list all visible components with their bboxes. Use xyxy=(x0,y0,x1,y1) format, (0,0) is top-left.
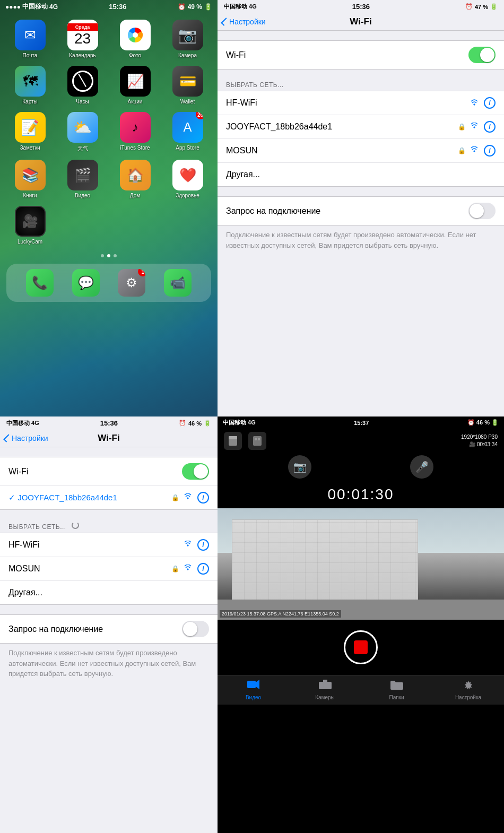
status-bar-tr: 中国移动 4G 15:36 ⏰ 47 % 🔋 xyxy=(218,0,504,13)
status-bar-bl: 中国移动 4G 15:36 ⏰ 46 % 🔋 xyxy=(0,416,218,430)
ask-join-toggle-tr[interactable] xyxy=(468,203,496,219)
info-btn-hf-tr[interactable]: i xyxy=(484,97,496,109)
app-luckycam[interactable]: 🎥 LuckyCam xyxy=(7,206,53,245)
app-itunes[interactable]: ♪ iTunes Store xyxy=(112,112,158,152)
settings-tab-icon xyxy=(462,680,475,693)
wifi-signal-mosun-tr xyxy=(470,146,479,155)
dock-phone[interactable]: 📞 xyxy=(26,269,54,297)
svg-rect-4 xyxy=(253,436,262,446)
ask-join-toggle-bl[interactable] xyxy=(182,621,209,637)
cam-tab-bar: Видео Камеры Папки Настройка xyxy=(218,675,504,705)
section-header-bl: ВЫБРАТЬ СЕТЬ... xyxy=(0,519,218,533)
app-wallet[interactable]: 💳 Wallet xyxy=(165,66,210,105)
nav-bar-bl: Настройки Wi-Fi xyxy=(0,430,218,447)
section-header-tr: ВЫБРАТЬ СЕТЬ... xyxy=(218,79,504,91)
tab-settings[interactable]: Настройка xyxy=(432,680,504,700)
signal-bars: ●●●● xyxy=(5,3,21,11)
tab-video[interactable]: Видео xyxy=(218,680,289,700)
cam-top-bar: 1920*1080 P30 🎥 00:03:34 xyxy=(218,429,504,453)
app-mail[interactable]: ✉ Почта xyxy=(7,20,53,58)
cam-btn-sd-card[interactable] xyxy=(224,432,242,450)
app-appstore[interactable]: A 26 App Store xyxy=(165,112,210,152)
ask-join-row-tr[interactable]: Запрос на подключение xyxy=(218,197,504,225)
network-mosun-bl[interactable]: MOSUN 🔒 i xyxy=(0,557,218,581)
network-other-bl[interactable]: Другая... xyxy=(0,581,218,604)
dock-messages[interactable]: 💬 xyxy=(72,269,100,297)
appstore-badge: 26 xyxy=(196,112,203,119)
wifi-toggle-bl[interactable] xyxy=(182,463,209,480)
info-btn-mosun-tr[interactable]: i xyxy=(484,145,496,157)
network-other-tr[interactable]: Другая... xyxy=(218,163,504,186)
cam-timer: 00:01:30 xyxy=(218,481,504,508)
dock-settings[interactable]: ⚙ 1 xyxy=(118,269,145,297)
info-btn-jooyfact-tr[interactable]: i xyxy=(484,121,496,133)
ask-join-row-bl[interactable]: Запрос на подключение xyxy=(0,615,218,643)
svg-rect-5 xyxy=(255,438,257,440)
svg-marker-8 xyxy=(256,680,259,689)
wifi-settings-connected: 中国移动 4G 15:36 ⏰ 46 % 🔋 Настройки Wi-Fi W… xyxy=(0,416,218,833)
wifi-settings-disconnected: 中国移动 4G 15:36 ⏰ 47 % 🔋 Настройки Wi-Fi W… xyxy=(218,0,504,416)
networks-group-bl: HF-WiFi i MOSUN 🔒 xyxy=(0,533,218,605)
network-mosun-tr[interactable]: MOSUN 🔒 i xyxy=(218,139,504,163)
cam-rec-info: 1920*1080 P30 🎥 00:03:34 xyxy=(461,433,498,448)
wifi-toggle-row-bl[interactable]: Wi-Fi xyxy=(0,457,218,486)
cam-viewport: 2019/01/23 15:37:08 GPS:A N2241.76 E1135… xyxy=(218,508,504,620)
settings-body-tr: Wi-Fi ВЫБРАТЬ СЕТЬ... HF-WiFi xyxy=(218,31,504,416)
dock-facetime[interactable]: 📹 xyxy=(164,269,192,297)
wifi-toggle-group-tr: Wi-Fi xyxy=(218,40,504,70)
info-btn-connected[interactable]: i xyxy=(197,492,209,504)
app-stocks[interactable]: 📈 Акции xyxy=(112,66,158,105)
app-maps[interactable]: 🗺 Карты xyxy=(7,66,53,105)
wifi-toggle-tr[interactable] xyxy=(468,47,496,63)
alarm-icon: ⏰ xyxy=(178,3,186,11)
app-books[interactable]: 📚 Книги xyxy=(7,160,53,198)
ask-join-group-bl: Запрос на подключение xyxy=(0,614,218,644)
back-button-tr[interactable]: Настройки xyxy=(223,18,266,26)
info-btn-mosun-bl[interactable]: i xyxy=(197,563,209,575)
stop-icon xyxy=(354,640,368,654)
connected-network-row[interactable]: ✓ JOOYFACT_18bb26a44de1 🔒 i xyxy=(0,486,218,509)
cam-photo-btn[interactable]: 📷 xyxy=(288,455,311,479)
lock-icon-mosun-tr: 🔒 xyxy=(458,147,466,154)
loading-spinner xyxy=(72,522,79,529)
nav-bar-tr: Настройки Wi-Fi xyxy=(218,13,504,31)
svg-point-1 xyxy=(133,32,138,38)
svg-rect-7 xyxy=(247,681,256,688)
wifi-toggle-group-bl: Wi-Fi ✓ JOOYFACT_18bb26a44de1 🔒 i xyxy=(0,457,218,510)
dot3 xyxy=(114,254,117,257)
app-weather[interactable]: ⛅ 天气 xyxy=(60,112,105,152)
record-button[interactable] xyxy=(344,630,378,664)
svg-rect-3 xyxy=(229,436,237,439)
app-clock[interactable]: Часы xyxy=(60,66,105,105)
cam-status-bar: 中国移动 4G 15:37 ⏰ 46 % 🔋 xyxy=(218,416,504,429)
app-camera[interactable]: 📷 Камера xyxy=(165,20,210,58)
svg-rect-6 xyxy=(258,438,260,440)
network-jooyfact-tr[interactable]: JOOYFACT_18bb26a44de1 🔒 i xyxy=(218,115,504,139)
gps-overlay: 2019/01/23 15:37:08 GPS:A N2241.76 E1135… xyxy=(220,610,341,618)
cam-record-row xyxy=(218,620,504,675)
app-health[interactable]: ❤️ Здоровье xyxy=(165,160,210,198)
cam-btn-tf-card[interactable] xyxy=(248,432,266,450)
app-notes[interactable]: 📝 Заметки xyxy=(7,112,53,152)
carrier-info: ●●●● 中国移动 4G xyxy=(5,2,58,11)
network-hf-wifi-bl[interactable]: HF-WiFi i xyxy=(0,533,218,557)
app-photos[interactable]: Фото xyxy=(112,20,158,58)
app-calendar[interactable]: Среда 23 Календарь xyxy=(60,20,105,58)
app-home[interactable]: 🏠 Дом xyxy=(112,160,158,198)
wifi-toggle-row-tr[interactable]: Wi-Fi xyxy=(218,41,504,69)
homescreen: ●●●● 中国移动 4G 15:36 ⏰ 49 % 🔋 ✉ Почта Сред… xyxy=(0,0,218,416)
app-video[interactable]: 🎬 Видео xyxy=(60,160,105,198)
svg-point-10 xyxy=(323,683,327,688)
back-button-bl[interactable]: Настройки xyxy=(5,434,48,442)
network-hf-wifi-tr[interactable]: HF-WiFi i xyxy=(218,91,504,115)
folders-tab-icon xyxy=(390,680,403,693)
info-btn-hf-bl[interactable]: i xyxy=(197,539,209,551)
wifi-signal-icon xyxy=(470,99,479,108)
dock: 📞 💬 ⚙ 1 📹 xyxy=(6,264,211,302)
tab-folders[interactable]: Папки xyxy=(361,680,432,700)
dot1 xyxy=(101,254,104,257)
tab-cameras[interactable]: Камеры xyxy=(289,680,361,700)
video-tab-icon xyxy=(247,680,260,693)
cam-mic-btn[interactable]: 🎤 xyxy=(410,455,433,479)
lock-icon-jooyfact-tr: 🔒 xyxy=(458,123,466,131)
